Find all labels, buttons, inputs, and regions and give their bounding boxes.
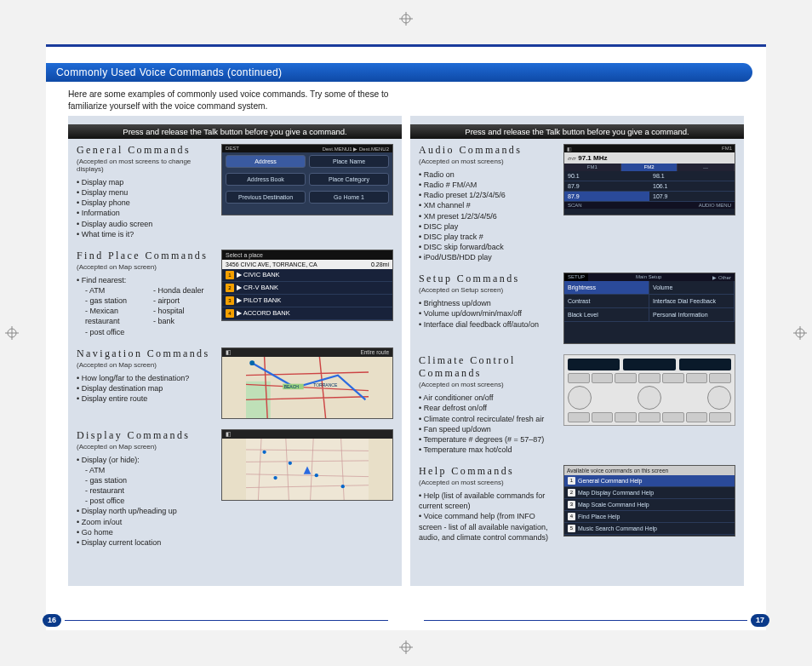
section-help: Help Commands (Accepted on most screens)… xyxy=(419,465,735,543)
crop-mark-top xyxy=(399,12,413,26)
list-item: Radio # FM/AM xyxy=(419,180,555,190)
findplace-sub: (Accepted on Map screen) xyxy=(77,263,213,271)
findplace-rows: 1▶ CIVIC BANK2▶ CR-V BANK3▶ PILOT BANK4▶… xyxy=(222,269,392,320)
radio-presets: 90.198.187.9106.187.9107.9 xyxy=(564,171,735,202)
list-item: Air conditioner on/off xyxy=(419,393,555,403)
help-sub: (Accepted on most screens) xyxy=(419,479,555,486)
setup-cell: Contrast xyxy=(564,295,649,308)
list-item: ATM xyxy=(77,285,145,296)
list-item: XM channel # xyxy=(419,200,555,210)
crop-mark-bottom xyxy=(399,640,413,654)
radio-tabs: FM1FM2⋯ xyxy=(564,164,735,171)
list-item: DISC skip forward/back xyxy=(419,242,555,252)
top-rule xyxy=(46,44,766,51)
dest-btn: Previous Destination xyxy=(226,191,306,204)
general-title: General Commands xyxy=(77,144,213,157)
preset: 90.1 xyxy=(564,171,649,181)
radio-freq: 97.1 MHz xyxy=(578,154,607,162)
dest-btn: Go Home 1 xyxy=(309,191,389,204)
list-item: DISC play track # xyxy=(419,232,555,242)
dest-hdr-r: Dest.MENU1 ▶ Dest.MENU2 xyxy=(323,146,389,152)
nav-list: How long/far to the destination?Display … xyxy=(77,373,213,404)
list-item: Display map xyxy=(77,177,213,187)
setup-cell: Black Level xyxy=(564,308,649,322)
climate-sub: (Accepted on most screens) xyxy=(419,381,555,388)
list-item: post office xyxy=(77,327,145,337)
setup-cell: Interface Dial Feedback xyxy=(649,295,735,308)
setup-cell: Volume xyxy=(649,281,735,295)
setup-cell: Brightness xyxy=(564,281,649,295)
preset: 87.9 xyxy=(564,192,649,202)
audio-sub: (Accepted on most screens) xyxy=(419,158,555,165)
setup-title: Setup Commands xyxy=(419,273,555,285)
radio-foot-l: SCAN xyxy=(568,203,582,208)
setup-cell: Personal Information xyxy=(649,308,735,322)
map-icon: ◧ xyxy=(226,431,232,438)
list-item: Volume up/down/min/max/off xyxy=(419,308,555,319)
findplace-lead: Find nearest: xyxy=(77,275,213,285)
preset: 87.9 xyxy=(564,181,649,192)
list-item: XM preset 1/2/3/4/5/6 xyxy=(419,211,555,221)
list-item: post office xyxy=(77,496,213,506)
list-item: Help (list of available commands for cur… xyxy=(419,491,555,511)
list-item: bank xyxy=(145,316,213,326)
climate-screenshot xyxy=(563,354,735,426)
svg-point-14 xyxy=(249,360,254,365)
help-screen-hdr: Available voice commands on this screen xyxy=(564,466,735,475)
preset: 106.1 xyxy=(649,181,735,192)
setup-screenshot: SETUPMain Setup▶ Other BrightnessVolumeC… xyxy=(563,273,735,344)
setup-sub: (Accepted on Setup screen) xyxy=(419,286,555,294)
list-item: airport xyxy=(145,296,213,306)
list-item: What time is it? xyxy=(77,229,213,239)
dest-btn: Address xyxy=(226,155,306,168)
help-row: 4Find Place Help xyxy=(564,511,735,523)
display-sub: (Accepted on Map screen) xyxy=(77,443,213,451)
list-item: Display destination map xyxy=(77,383,213,393)
list-item: Rear defrost on/off xyxy=(419,403,555,413)
list-item: Display entire route xyxy=(77,393,213,404)
list-item: Temperature # degrees (# = 57–87) xyxy=(419,434,555,445)
list-item: Brightness up/down xyxy=(419,298,555,308)
list-item: iPod/USB/HDD play xyxy=(419,252,555,262)
svg-point-30 xyxy=(341,485,345,488)
svg-point-28 xyxy=(289,461,292,464)
section-audio: Audio Commands (Accepted on most screens… xyxy=(419,144,735,262)
dest-btn: Place Category xyxy=(309,173,389,186)
setup-hdr: SETUP xyxy=(564,273,588,281)
crop-mark-left xyxy=(5,326,19,340)
audio-title: Audio Commands xyxy=(419,144,555,157)
findplace-screen-hdr: Select a place xyxy=(222,250,392,260)
svg-text:BEACH: BEACH xyxy=(284,383,300,388)
findplace-dist: 0.28mi xyxy=(371,261,389,267)
section-display: Display Commands (Accepted on Map screen… xyxy=(77,429,393,548)
svg-point-29 xyxy=(315,474,318,477)
findplace-screenshot: Select a place 3456 CIVIC AVE, TORRANCE,… xyxy=(221,250,393,321)
map-icon: ◧ xyxy=(226,349,232,356)
list-item: Display north up/heading up xyxy=(77,506,213,516)
list-item: Display audio screen xyxy=(77,219,213,229)
list-item: gas station xyxy=(77,475,213,485)
talk-instruction-right: Press and release the Talk button before… xyxy=(410,124,744,139)
general-screenshot: DESTDest.MENU1 ▶ Dest.MENU2 AddressPlace… xyxy=(221,144,393,215)
display-list2: Display north up/heading upZoom in/outGo… xyxy=(77,506,213,548)
general-list: Display mapDisplay menuDisplay phoneInfo… xyxy=(77,177,213,239)
climate-list: Air conditioner on/offRear defrost on/of… xyxy=(419,393,555,455)
list-item: Interface dial feedback off/auto/on xyxy=(419,319,555,330)
list-item: Climate control recirculate/ fresh air xyxy=(419,414,555,424)
general-sub: (Accepted on most screens to change disp… xyxy=(77,158,213,173)
list-item: Display phone xyxy=(77,198,213,208)
nav-sub: (Accepted on Map screen) xyxy=(77,361,213,369)
climate-title: Climate Control Commands xyxy=(419,354,555,380)
setup-tab: Main Setup xyxy=(588,273,709,281)
setup-grid: BrightnessVolumeContrastInterface Dial F… xyxy=(564,281,735,322)
list-item: Mexican restaurant xyxy=(77,306,145,326)
crop-mark-right xyxy=(793,326,807,340)
list-item: restaurant xyxy=(77,485,213,496)
radio-band: FM1 xyxy=(722,146,732,152)
help-screenshot: Available voice commands on this screen … xyxy=(563,465,735,537)
section-general: General Commands (Accepted on most scree… xyxy=(77,144,393,239)
section-nav: Navigation Commands (Accepted on Map scr… xyxy=(77,347,393,419)
help-rows: 1General Command Help2Map Display Comman… xyxy=(564,475,735,537)
list-item: Go home xyxy=(77,527,213,537)
display-screenshot: ◧ xyxy=(221,429,393,501)
